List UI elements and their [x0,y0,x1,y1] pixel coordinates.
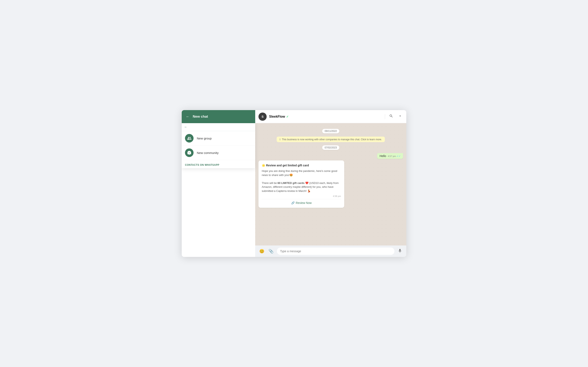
attach-button[interactable]: 📎 [268,248,274,254]
input-bar: 😊 📎 [255,245,406,257]
card-action: 🔗 Review Now [262,199,341,205]
app-window: ← New chat ← New group [182,110,406,257]
mic-button[interactable] [397,248,403,255]
new-group-icon [185,134,194,142]
search-bar: ← [182,123,255,131]
chat-header: S SleekFlow ✓ [255,110,406,123]
date-badge-2: 07/02/2023 [322,145,339,150]
search-button[interactable] [388,113,394,120]
sidebar-header: ← New chat [182,110,255,123]
contacts-section: CONTACTS ON WHATSAPP [182,160,255,168]
new-community-label: New community [197,151,219,155]
card-title: 🌟 Review and get limited gift card [262,164,341,167]
messages-area: 09/11/2022 ℹ This business is now workin… [255,123,406,245]
verified-badge: ✓ [286,115,289,118]
message-time: 4:57 pm ✓✓ [388,155,401,158]
date-badge: 09/11/2022 [322,129,339,133]
outgoing-message: Hello 4:57 pm ✓✓ [377,153,403,159]
avatar: S [259,113,267,121]
card-time: 4:58 pm [262,195,341,197]
divider [385,114,385,119]
info-badge[interactable]: ℹ This business is now working with othe… [277,137,385,142]
message-input[interactable] [277,248,394,255]
info-icon: ℹ [279,138,281,141]
card-body: Hope you are doing fine during the pande… [262,169,341,193]
chevron-down-button[interactable] [397,113,403,120]
external-link-icon: 🔗 [291,201,295,205]
new-community-item[interactable]: New community [182,146,255,160]
contacts-label: CONTACTS ON WHATSAPP [185,164,219,166]
chat-header-right [385,113,403,120]
card-message: 🌟 Review and get limited gift card Hope … [259,160,344,208]
new-community-icon [185,149,194,157]
back-button[interactable]: ← [186,115,190,118]
emoji-button[interactable]: 😊 [259,248,265,254]
sidebar-title: New chat [193,115,208,119]
new-chat-dropdown: ← New group [182,123,255,168]
new-group-label: New group [197,137,212,140]
new-group-item[interactable]: New group [182,131,255,146]
search-back-button[interactable]: ← [184,125,187,129]
message-text: Hello [380,154,386,158]
search-input[interactable] [190,125,253,129]
chat-name: SleekFlow ✓ [269,115,289,118]
chat-header-left: S SleekFlow ✓ [259,113,289,121]
sidebar: ← New chat ← New group [182,110,255,257]
chat-area: S SleekFlow ✓ [255,110,406,257]
review-now-button[interactable]: 🔗 Review Now [262,201,341,205]
read-receipt-icon: ✓✓ [397,155,401,158]
